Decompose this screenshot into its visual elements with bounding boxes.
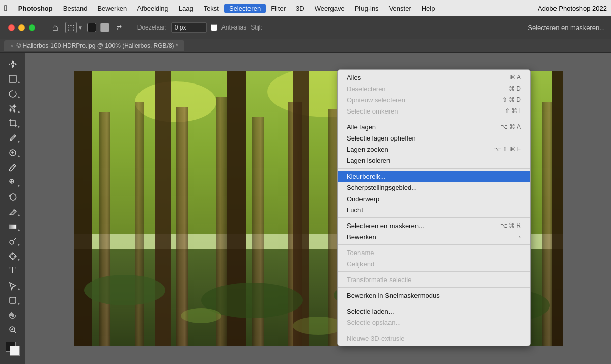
svg-rect-3 [9, 225, 16, 229]
crop-btn[interactable]: ▸ [4, 116, 21, 130]
menu-gelijkend[interactable]: Gelijkend [338, 258, 530, 269]
menu-opnieuw[interactable]: Opnieuw selecteren ⇧ ⌘ D [338, 94, 530, 105]
menu-venster[interactable]: Venster [384, 4, 416, 13]
menu-selecteren[interactable]: Selecteren [224, 4, 266, 13]
menu-lagen-zoeken[interactable]: Lagen zoeken ⌥ ⇧ ⌘ F [338, 144, 530, 155]
menu-lagen-opheffen[interactable]: Selectie lagen opheffen [338, 132, 530, 144]
menu-laden[interactable]: Selectie laden... [338, 305, 530, 317]
svg-rect-15 [176, 107, 188, 346]
svg-rect-13 [99, 112, 110, 346]
menu-opslaan[interactable]: Selectie opslaan... [338, 317, 530, 328]
menu-lagen-isoleren[interactable]: Lagen isoleren [338, 155, 530, 166]
menu-bewerken-sub[interactable]: Bewerken › [338, 231, 530, 242]
menu-snelmasker[interactable]: Bewerken in Snelmaskermodus [338, 290, 530, 301]
menu-filter[interactable]: Filter [266, 4, 291, 13]
minimize-button[interactable] [18, 24, 25, 31]
eye-arrow: ▸ [18, 139, 20, 144]
tab-bar: × © Hallerbos-160-HDRPro.jpg @ 100% (Hal… [0, 39, 611, 53]
title-row: ⌂ ⬚ ▼ ⇄ Doezelaar: Anti-alias Stijl: Sel… [0, 16, 611, 39]
menu-plugins[interactable]: Plug-ins [350, 4, 384, 13]
menu-alle-lagen-label: Alle lagen [347, 123, 376, 131]
svg-point-34 [84, 275, 165, 305]
pen-arrow: ▸ [18, 258, 20, 262]
zoom-btn[interactable] [4, 323, 21, 337]
menu-kleurbereik[interactable]: Kleurbereik... [338, 171, 530, 182]
eyedropper-btn[interactable]: ▸ [4, 131, 21, 145]
pen-btn[interactable]: ▸ [4, 249, 21, 263]
apple-menu[interactable]:  [4, 4, 7, 13]
close-button[interactable] [8, 24, 15, 31]
menu-bewerken[interactable]: Bewerken [92, 4, 132, 13]
menu-lucht-label: Lucht [347, 206, 363, 214]
svg-point-38 [181, 308, 221, 323]
menu-sel-maskeren[interactable]: Selecteren en maskeren... ⌥ ⌘ R [338, 220, 530, 231]
dodge-btn[interactable]: ▸ [4, 234, 21, 248]
menu-bar:  Photoshop Bestand Bewerken Afbeelding … [0, 0, 611, 16]
menu-toename[interactable]: Toename [338, 247, 530, 258]
maximize-button[interactable] [29, 24, 35, 31]
menu-onderwerp[interactable]: Onderwerp [338, 193, 530, 204]
hand-btn[interactable] [4, 308, 21, 322]
shape-btn[interactable]: ▸ [4, 293, 21, 307]
marquee-tool-btn[interactable]: ⬚ [65, 22, 77, 33]
eraser-btn[interactable]: ▸ [4, 205, 21, 218]
doezelaar-input[interactable] [171, 22, 207, 33]
eraser-arrow: ▸ [18, 213, 20, 217]
home-tool-btn[interactable]: ⌂ [49, 20, 61, 35]
swap-colors[interactable]: ⇄ [114, 22, 125, 33]
menu-scherpstelling[interactable]: Scherpstellingsgebied... [338, 182, 530, 193]
svg-rect-5 [10, 297, 16, 303]
gradient-btn[interactable]: ▸ [4, 219, 21, 233]
traffic-lights [0, 16, 43, 39]
menu-lucht[interactable]: Lucht [338, 204, 530, 215]
select-rect-btn[interactable]: ▸ [4, 72, 21, 86]
sep8 [338, 330, 530, 330]
sep2 [338, 168, 530, 169]
lasso-arrow: ▸ [18, 95, 20, 99]
menu-alle-lagen[interactable]: Alle lagen ⌥ ⌘ A [338, 121, 530, 132]
menu-omkeren-label: Selectie omkeren [347, 107, 398, 115]
heal-btn[interactable]: ▸ [4, 146, 21, 159]
anti-alias-checkbox[interactable] [211, 24, 217, 31]
history-btn[interactable] [4, 190, 21, 204]
menu-weergave[interactable]: Weergave [310, 4, 350, 13]
tab-close-btn[interactable]: × [10, 43, 13, 49]
menu-3d-extrusie[interactable]: Nieuwe 3D-extrusie [338, 332, 530, 344]
color-swatch[interactable] [87, 23, 96, 32]
menu-help[interactable]: Help [416, 4, 440, 13]
menu-bewerken-sub-label: Bewerken [347, 233, 376, 241]
color-swatch2[interactable] [100, 23, 109, 32]
svg-point-4 [10, 240, 14, 244]
marquee-arrow: ▼ [78, 25, 83, 31]
brush-btn[interactable] [4, 160, 21, 174]
menu-3d[interactable]: 3D [291, 4, 310, 13]
lasso-btn[interactable]: ▸ [4, 87, 21, 100]
menu-omkeren[interactable]: Selectie omkeren ⇧ ⌘ I [338, 105, 530, 117]
menu-photoshop[interactable]: Photoshop [13, 4, 58, 13]
menu-transformatie-label: Transformatie selectie [347, 276, 411, 284]
magic-wand-btn[interactable]: ▸ [4, 101, 21, 115]
color-fg-bg[interactable] [6, 342, 20, 356]
menu-afbeelding[interactable]: Afbeelding [132, 4, 173, 13]
path-sel-btn[interactable]: ▸ [4, 278, 21, 292]
anti-alias-label: Anti-alias [221, 24, 246, 31]
sep4 [338, 244, 530, 245]
bewerken-arrow-icon: › [519, 234, 521, 240]
clone-arrow: ▸ [18, 184, 20, 188]
menu-lagen-zoeken-label: Lagen zoeken [347, 146, 388, 153]
grad-arrow: ▸ [18, 228, 20, 232]
menu-onderwerp-label: Onderwerp [347, 195, 379, 203]
text-btn[interactable]: T [4, 264, 21, 277]
wand-arrow: ▸ [18, 110, 20, 114]
menu-transformatie[interactable]: Transformatie selectie [338, 274, 530, 285]
crop-arrow: ▸ [18, 125, 20, 129]
menu-deselecteren[interactable]: Deselecteren ⌘ D [338, 83, 530, 94]
clone-btn[interactable]: ▸ [4, 175, 21, 189]
document-tab[interactable]: × © Hallerbos-160-HDRPro.jpg @ 100% (Hal… [4, 40, 184, 51]
menu-tekst[interactable]: Tekst [199, 4, 224, 13]
menu-alles[interactable]: Alles ⌘ A [338, 72, 530, 83]
menu-bestand[interactable]: Bestand [58, 4, 93, 13]
menu-laag[interactable]: Laag [174, 4, 199, 13]
move-tool-btn[interactable] [4, 57, 21, 71]
maskeren-btn[interactable]: Selecteren en maskeren... [527, 24, 605, 32]
